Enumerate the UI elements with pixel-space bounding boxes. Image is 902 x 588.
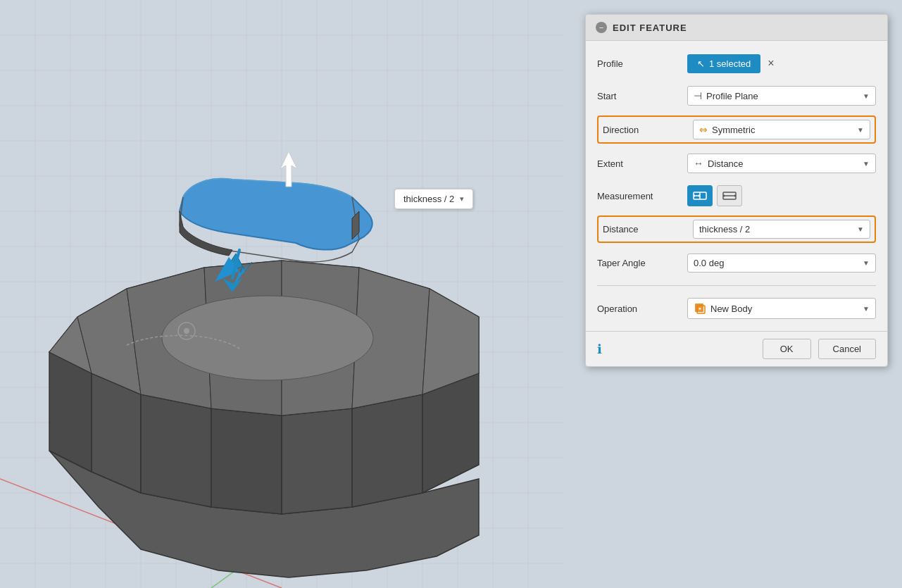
panel-body: Profile ↖ 1 selected × Start ⊣ Profile P… — [586, 41, 887, 331]
new-body-icon: ✦ — [694, 302, 706, 315]
measurement-icon-1 — [693, 189, 707, 202]
info-icon[interactable]: ℹ — [597, 342, 602, 357]
operation-value: New Body — [710, 304, 752, 314]
tooltip-dropdown-arrow: ▾ — [460, 194, 464, 204]
taper-angle-chevron-icon: ▼ — [863, 259, 870, 267]
start-value: Profile Plane — [706, 91, 758, 101]
symmetric-icon: ⇔ — [699, 124, 708, 135]
extent-dropdown[interactable]: ↔ Distance ▼ — [687, 154, 876, 173]
cursor-icon: ↖ — [697, 58, 705, 69]
extent-label: Extent — [597, 158, 682, 169]
profile-label: Profile — [597, 58, 682, 69]
distance-chevron-icon: ▼ — [857, 225, 864, 233]
measurement-control — [687, 185, 876, 206]
profile-plane-icon: ⊣ — [694, 90, 702, 101]
operation-chevron-icon: ▼ — [863, 305, 870, 313]
taper-angle-value: 0.0 deg — [694, 258, 724, 268]
direction-label: Direction — [603, 125, 687, 135]
direction-dropdown[interactable]: ⇔ Symmetric ▼ — [693, 120, 870, 139]
extent-row: Extent ↔ Distance ▼ — [597, 151, 876, 176]
cancel-button[interactable]: Cancel — [818, 339, 876, 359]
operation-label: Operation — [597, 304, 682, 314]
panel-collapse-icon[interactable]: − — [596, 22, 607, 33]
profile-control: ↖ 1 selected × — [687, 54, 876, 73]
taper-angle-dropdown[interactable]: 0.0 deg ▼ — [687, 254, 876, 273]
profile-clear-button[interactable]: × — [765, 55, 777, 72]
measurement-label: Measurement — [597, 191, 682, 201]
extent-control: ↔ Distance ▼ — [687, 154, 876, 173]
panel-header: − EDIT FEATURE — [586, 15, 887, 41]
measurement-icon-2 — [722, 189, 737, 202]
tooltip-bubble: thickness / 2 ▾ — [394, 189, 473, 209]
direction-row: Direction ⇔ Symmetric ▼ — [597, 115, 876, 144]
measurement-btn-2[interactable] — [717, 185, 742, 206]
profile-row: Profile ↖ 1 selected × — [597, 51, 876, 76]
svg-point-50 — [162, 296, 373, 380]
svg-marker-38 — [211, 408, 282, 514]
svg-text:✦: ✦ — [698, 306, 702, 311]
tooltip-text: thickness / 2 — [403, 194, 454, 204]
distance-label: Distance — [603, 224, 687, 234]
operation-dropdown[interactable]: ✦ New Body ▼ — [687, 298, 876, 319]
svg-marker-39 — [282, 408, 352, 514]
start-dropdown[interactable]: ⊣ Profile Plane ▼ — [687, 86, 876, 106]
direction-control: ⇔ Symmetric ▼ — [693, 120, 870, 139]
distance-dropdown[interactable]: ▼ — [693, 220, 870, 239]
taper-angle-dropdown-label: 0.0 deg — [694, 258, 858, 268]
measurement-btn-1[interactable] — [687, 185, 713, 206]
taper-angle-row: Taper Angle 0.0 deg ▼ — [597, 250, 876, 275]
distance-input[interactable] — [699, 224, 853, 234]
extent-chevron-icon: ▼ — [863, 160, 870, 168]
svg-marker-37 — [141, 394, 211, 507]
panel-footer: ℹ OK Cancel — [586, 331, 887, 366]
extent-value: Distance — [708, 158, 744, 169]
divider — [597, 285, 876, 286]
svg-marker-40 — [352, 394, 422, 507]
profile-selected-label: 1 selected — [709, 58, 751, 69]
start-row: Start ⊣ Profile Plane ▼ — [597, 83, 876, 108]
start-control: ⊣ Profile Plane ▼ — [687, 86, 876, 106]
operation-dropdown-label: ✦ New Body — [694, 302, 858, 315]
distance-icon: ↔ — [694, 158, 703, 169]
taper-angle-control: 0.0 deg ▼ — [687, 254, 876, 273]
direction-value: Symmetric — [712, 125, 755, 135]
profile-selected-button[interactable]: ↖ 1 selected — [687, 54, 760, 73]
start-dropdown-label: ⊣ Profile Plane — [694, 90, 858, 101]
operation-row: Operation ✦ New Body ▼ — [597, 296, 876, 321]
distance-dropdown-label — [699, 224, 853, 234]
start-chevron-icon: ▼ — [863, 92, 870, 100]
direction-chevron-icon: ▼ — [857, 126, 864, 134]
measurement-row: Measurement — [597, 183, 876, 208]
direction-dropdown-label: ⇔ Symmetric — [699, 124, 853, 135]
edit-feature-panel: − EDIT FEATURE Profile ↖ 1 selected × St… — [585, 14, 888, 367]
distance-control: ▼ — [693, 220, 870, 239]
distance-row: Distance ▼ — [597, 215, 876, 243]
panel-title: EDIT FEATURE — [613, 23, 687, 33]
svg-point-52 — [184, 328, 189, 334]
taper-angle-label: Taper Angle — [597, 258, 682, 268]
operation-control: ✦ New Body ▼ — [687, 298, 876, 319]
start-label: Start — [597, 91, 682, 101]
extent-dropdown-label: ↔ Distance — [694, 158, 858, 169]
ok-button[interactable]: OK — [763, 339, 811, 359]
